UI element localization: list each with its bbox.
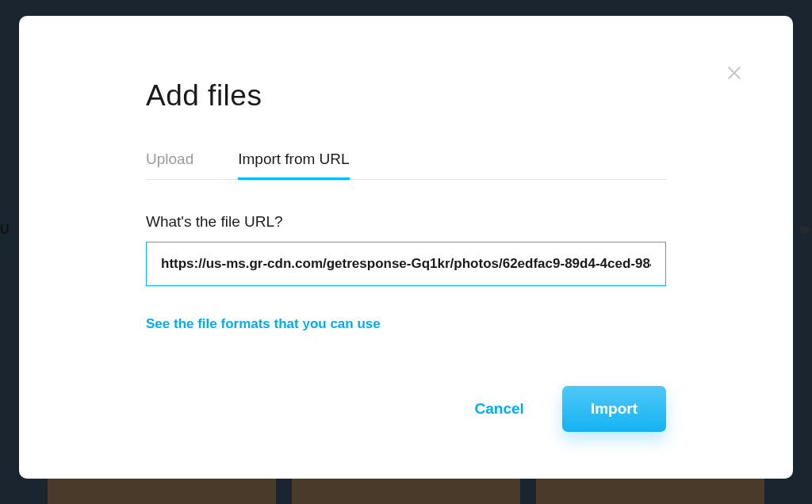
url-field-label: What's the file URL? <box>146 213 666 231</box>
modal-actions: Cancel Import <box>146 386 666 432</box>
cancel-button[interactable]: Cancel <box>475 400 524 418</box>
modal-title: Add files <box>146 79 666 113</box>
backdrop-left-fragment: U <box>0 218 10 242</box>
tabs: Upload Import from URL <box>146 151 666 180</box>
file-formats-link[interactable]: See the file formats that you can use <box>146 316 381 332</box>
thumb-tile <box>292 475 520 504</box>
backdrop-right-fragment: % <box>801 218 810 242</box>
thumb-tile <box>48 475 276 504</box>
tab-import-from-url[interactable]: Import from URL <box>238 151 349 179</box>
thumb-tile <box>536 475 764 504</box>
import-button[interactable]: Import <box>562 386 666 432</box>
tab-upload[interactable]: Upload <box>146 151 193 179</box>
close-button[interactable] <box>723 62 745 84</box>
add-files-modal: Add files Upload Import from URL What's … <box>19 16 793 479</box>
close-icon <box>726 64 743 82</box>
backdrop-thumbnails <box>0 475 812 504</box>
url-input[interactable] <box>146 242 666 286</box>
